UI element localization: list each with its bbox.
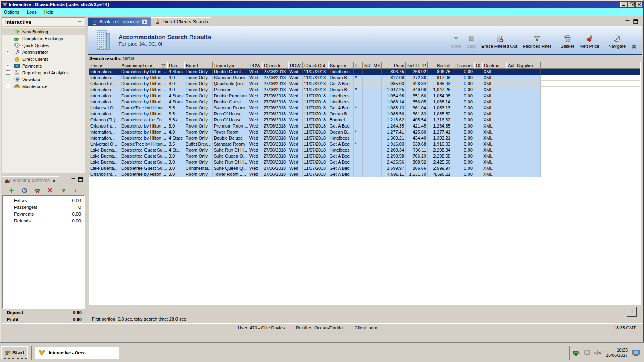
- column-header-ms[interactable]: MS: [372, 62, 382, 69]
- quick-quote-icon[interactable]: [21, 187, 28, 193]
- table-row[interactable]: Internation...Doubletree by Hilton ...4 …: [89, 93, 640, 99]
- sidebar-item-reporting-and-analytics[interactable]: +Reporting and Analytics: [2, 69, 85, 76]
- table-row[interactable]: Internation...Doubletree by Hilton ...4.…: [89, 129, 640, 135]
- show-desktop-icon[interactable]: [632, 349, 640, 356]
- new-booking-palm-icon[interactable]: [59, 187, 66, 193]
- sidebar-item-completed-bookings[interactable]: Completed Bookings: [2, 35, 85, 42]
- table-row[interactable]: Orlando Int...Doubletree by Hilton ...3.…: [89, 171, 640, 177]
- tab-direct-clients-search[interactable]: Direct Clients Search: [151, 17, 212, 26]
- cell-resort: Universal O...: [89, 141, 120, 147]
- column-header-contract[interactable]: Contract: [482, 62, 506, 69]
- erase-filter-icon: [495, 34, 504, 43]
- minimize-button[interactable]: [620, 2, 627, 7]
- column-header-dow[interactable]: DOW: [248, 62, 262, 69]
- table-row[interactable]: Lake Buena...Doubletree Guest Sui...4 St…: [89, 147, 640, 153]
- column-header-price[interactable]: Price: [382, 62, 406, 69]
- table-row[interactable]: Internation...Doubletree by Hilton ...4 …: [89, 135, 640, 141]
- cell-ms: [372, 171, 382, 177]
- menu-help[interactable]: Help: [43, 9, 57, 15]
- column-header-dow[interactable]: DOW: [288, 62, 303, 69]
- delete-icon[interactable]: [46, 187, 54, 193]
- expand-icon[interactable]: +: [6, 64, 10, 68]
- navigate-button[interactable]: Navigate: [606, 31, 629, 49]
- table-row[interactable]: Universal O...DoubleTree by Hilton...3.5…: [89, 105, 640, 111]
- tab-book-ref-none[interactable]: Book. ref.: <none>: [88, 17, 151, 26]
- table-row[interactable]: Orlando (FL)Doubletree at the En...3.5s.…: [89, 117, 640, 123]
- cell-rati: 3.5: [167, 111, 184, 117]
- expand-icon[interactable]: +: [6, 70, 10, 75]
- start-button[interactable]: Start: [2, 347, 27, 359]
- column-header-accommodation[interactable]: Accommodation: [120, 62, 167, 69]
- sidebar-item-administrator[interactable]: +Administrator: [2, 49, 85, 56]
- column-header-of[interactable]: Of: [474, 62, 482, 69]
- sidebar-item-direct-clients[interactable]: Direct Clients: [2, 56, 85, 62]
- basket-button[interactable]: Basket: [558, 31, 577, 49]
- sidebar-item-payments[interactable]: +$Payments: [2, 62, 85, 69]
- info-icon[interactable]: i: [72, 187, 79, 193]
- tray-date: 25/06/2017: [606, 353, 628, 358]
- sidebar-item-viewdata[interactable]: Viewdata: [2, 76, 85, 83]
- column-header-supplier[interactable]: Supplier: [328, 62, 354, 69]
- booking-contents-tab[interactable]: Booking contents: [2, 176, 59, 185]
- table-row[interactable]: Lake Buena...Doubletree Guest Sui...3.0R…: [89, 153, 640, 159]
- report-icon: [13, 70, 21, 76]
- add-icon[interactable]: [8, 187, 15, 193]
- speaker-muted-icon[interactable]: [594, 349, 602, 356]
- table-row[interactable]: Orlando Int...Doubletree by Hilton ...3.…: [89, 81, 640, 87]
- restore-button[interactable]: [628, 2, 635, 7]
- cell-price: 1,916.03: [382, 141, 406, 147]
- column-header-resort[interactable]: Resort: [89, 62, 120, 69]
- table-row[interactable]: Lake Buena...Doubletree Guest Sui...3.0R…: [89, 159, 640, 165]
- column-header-rati[interactable]: Rati...: [167, 62, 184, 69]
- cell-incl-fl-pp: 351.66: [406, 93, 428, 99]
- panel-maximize-icon[interactable]: [78, 177, 83, 182]
- column-header-room-type[interactable]: Room type: [213, 62, 248, 69]
- column-header-discount[interactable]: Discount: [452, 62, 474, 69]
- filter-funnel-icon[interactable]: [161, 64, 166, 68]
- column-header-check-out[interactable]: Check Out: [303, 62, 328, 69]
- close-button[interactable]: [629, 31, 639, 49]
- column-header-act-supplier[interactable]: Act. Supplier: [506, 62, 541, 69]
- nett-price-button[interactable]: Nett Price: [577, 31, 602, 49]
- sidebar-item-quick-quotes[interactable]: Quick Quotes: [2, 42, 85, 49]
- cell-discount: 0.00: [452, 159, 474, 165]
- menu-options[interactable]: Options: [3, 9, 23, 15]
- menu-logs[interactable]: Logs: [26, 9, 40, 15]
- column-header-basket[interactable]: Basket: [428, 62, 452, 69]
- sidebar-item-new-booking[interactable]: New Booking: [2, 28, 85, 35]
- table-row[interactable]: Internation...Doubletree by Hilton ...4.…: [89, 87, 640, 93]
- network-icon[interactable]: [573, 349, 581, 356]
- facilities-filter-button[interactable]: Facilities Filter: [520, 31, 554, 49]
- booking-contents-tabrow: Booking contents: [2, 175, 85, 185]
- column-header-board[interactable]: Board: [184, 62, 213, 69]
- close-button[interactable]: [636, 2, 642, 7]
- taskbar-task-button[interactable]: Interactive - Ocea...: [35, 347, 119, 359]
- tab-close-icon[interactable]: [52, 179, 56, 183]
- column-header-incl-fl-pp[interactable]: Incl.Fl.PP: [406, 62, 428, 69]
- expand-icon[interactable]: +: [6, 84, 10, 88]
- column-header-nr[interactable]: NR: [363, 62, 372, 69]
- panel-minimize-icon[interactable]: [625, 19, 630, 24]
- column-header-er[interactable]: Er: [354, 62, 363, 69]
- table-row[interactable]: Internation...Doubletree by Hilton ...4 …: [89, 99, 640, 105]
- sort-indicator-icon[interactable]: [447, 64, 450, 67]
- table-row[interactable]: Universal O...DoubleTree by Hilton...3.5…: [89, 141, 640, 147]
- to-basket-icon[interactable]: [33, 187, 41, 193]
- expand-icon[interactable]: +: [6, 50, 10, 54]
- cell-basket: 985.03: [428, 81, 452, 87]
- sidebar-item-maintenance[interactable]: +Maintenance: [2, 83, 85, 90]
- panel-minimize-icon[interactable]: [70, 177, 76, 182]
- tab-close-icon[interactable]: [142, 19, 147, 24]
- table-row[interactable]: Internation...Doubletree by Hilton ...3.…: [89, 111, 640, 117]
- collapse-panel-button[interactable]: [76, 19, 83, 25]
- erase-filtered-out-button[interactable]: Erase Filtered Out: [479, 31, 520, 49]
- column-header-check-in[interactable]: Check In: [262, 62, 288, 69]
- panel-maximize-icon[interactable]: [633, 19, 638, 24]
- table-row[interactable]: Lake Buena...Doubletree Guest Sui...3.0C…: [89, 165, 640, 171]
- table-row[interactable]: Internation...Doubletree by Hilton ...4 …: [89, 69, 640, 75]
- table-row[interactable]: Internation...Doubletree by Hilton ...4.…: [89, 75, 640, 81]
- info-button[interactable]: i: [627, 307, 637, 317]
- globe-person-icon: [13, 56, 21, 62]
- table-row[interactable]: Orlando Int...Doubletree by Hilton ...3.…: [89, 123, 640, 129]
- device-icon[interactable]: [583, 349, 591, 356]
